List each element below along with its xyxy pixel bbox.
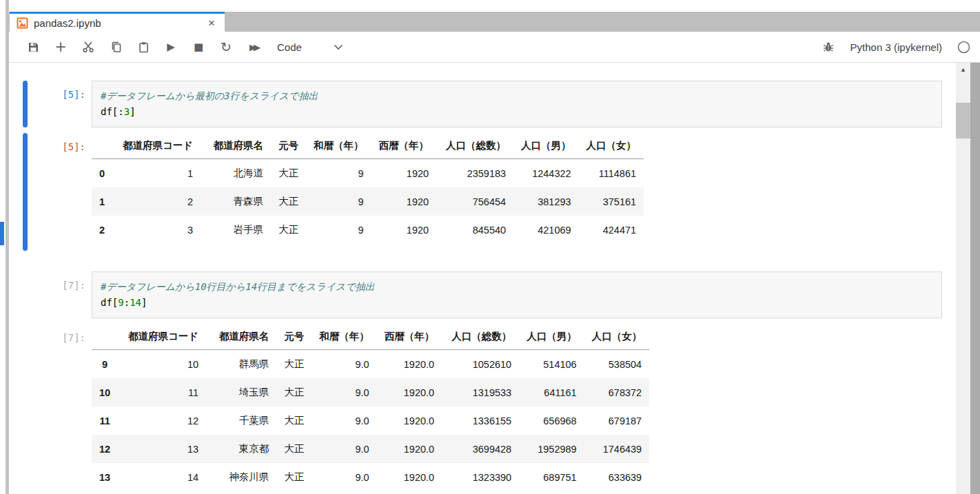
scrollbar-up-icon[interactable]: ▲ (956, 63, 970, 76)
cell-value: 9.0 (312, 350, 377, 379)
code-cell: [5]: #データフレームから最初の3行をスライスで抽出df[:3] [5]: … (23, 81, 956, 251)
column-header: 人口（女） (584, 324, 650, 350)
kernel-name[interactable]: Python 3 (ipykernel) (850, 41, 942, 53)
column-header: 和暦（年） (312, 324, 377, 350)
restart-run-all-button[interactable]: ▶▶ (240, 37, 267, 57)
code-line: df[9:14] (101, 295, 933, 311)
output-collapser[interactable] (23, 133, 28, 251)
tab-pandas2-ipynb[interactable]: pandas2.ipynb × (10, 12, 225, 32)
output-collapser[interactable] (23, 324, 28, 494)
notebook-content: [5]: #データフレームから最初の3行をスライスで抽出df[:3] [5]: … (9, 63, 980, 494)
cell-value: 大正 (276, 406, 312, 435)
cell-value: 1920 (371, 216, 437, 244)
cell-value: 1319533 (442, 378, 519, 406)
output-prompt: [7]: (28, 324, 92, 494)
column-header: 都道府県コード (118, 324, 206, 350)
row-index: 13 (92, 463, 118, 491)
cell-value: 東京都 (206, 435, 276, 463)
row-index: 2 (92, 216, 112, 244)
cell-value: 2359183 (436, 159, 513, 188)
cell-value: 756454 (436, 187, 513, 216)
column-header: 人口（総数） (436, 133, 513, 159)
cell-output-area: [7]: 都道府県コード都道府県名元号和暦（年）西暦（年）人口（総数）人口（男）… (23, 324, 956, 494)
row-index: 9 (92, 350, 118, 379)
code-editor[interactable]: #データフレームから最初の3行をスライスで抽出df[:3] (92, 81, 942, 127)
cell-value: 656968 (519, 406, 584, 435)
dataframe-output: 都道府県コード都道府県名元号和暦（年）西暦（年）人口（総数）人口（男）人口（女）… (92, 324, 649, 491)
window-edge (970, 63, 980, 494)
column-header: 元号 (271, 133, 306, 159)
insert-cell-button[interactable]: + (47, 37, 74, 57)
cell-type-dropdown[interactable]: Code (277, 41, 343, 53)
column-header: 人口（男） (519, 324, 584, 350)
restart-kernel-button[interactable]: ↻ (212, 37, 240, 57)
cell-value: 1746439 (584, 435, 650, 463)
code-token: 9 (118, 297, 123, 308)
cell-value: 1920.0 (377, 463, 442, 491)
column-header: 人口（女） (579, 133, 644, 159)
copy-cells-button[interactable] (102, 37, 130, 57)
notebook-file-icon (17, 17, 28, 29)
cell-value: 3 (112, 216, 201, 244)
kernel-status-icon (957, 41, 970, 54)
run-all-icon: ▶▶ (249, 42, 258, 52)
cell-input-area: [5]: #データフレームから最初の3行をスライスで抽出df[:3] (23, 81, 956, 127)
main-panel: pandas2.ipynb × + (9, 0, 980, 494)
code-token: df[ (101, 297, 118, 308)
cell-value: 9.0 (312, 435, 377, 463)
cell-value: 421069 (513, 216, 579, 244)
table-row: 1112千葉県大正9.01920.01336155656968679187 (92, 406, 649, 435)
interrupt-kernel-icon: ■ (194, 41, 203, 53)
save-button[interactable] (19, 37, 47, 57)
cell-value: 大正 (276, 463, 312, 491)
table-row: 23岩手県大正91920845540421069424471 (92, 216, 644, 244)
column-header: 都道府県名 (201, 133, 271, 159)
vertical-scrollbar[interactable]: ▲ (956, 63, 970, 494)
cell-value: 大正 (271, 187, 306, 216)
paste-cells-button[interactable] (130, 37, 157, 57)
tab-close-icon[interactable]: × (205, 17, 218, 29)
column-header: 西暦（年） (371, 133, 437, 159)
cell-value: 641161 (519, 378, 584, 406)
cell-value: 大正 (271, 159, 306, 188)
table-row: 12青森県大正91920756454381293375161 (92, 187, 644, 216)
scrollbar-thumb[interactable] (956, 103, 970, 138)
cell-value: 9 (306, 187, 371, 216)
cell-value: 1920.0 (377, 406, 442, 435)
cell-value: 北海道 (201, 159, 271, 188)
code-token: 3 (124, 106, 130, 117)
cell-value: 埼玉県 (206, 378, 276, 406)
cut-cells-button[interactable] (74, 37, 102, 57)
cell-value: 9 (306, 216, 371, 244)
paste-icon (138, 41, 150, 53)
debugger-button[interactable] (823, 41, 834, 52)
cell-value: 9.0 (312, 406, 377, 435)
run-icon: ▶ (167, 41, 175, 53)
code-editor[interactable]: #データフレームから10行目から14行目までをスライスで抽出df[9:14] (92, 271, 942, 318)
interrupt-kernel-button[interactable]: ■ (185, 37, 212, 57)
dock-tab-bar: pandas2.ipynb × (9, 12, 980, 32)
cell-value: 1323390 (442, 463, 519, 491)
cell-value: 10 (118, 350, 206, 379)
cell-value: 14 (118, 463, 206, 491)
code-token: ] (130, 106, 135, 117)
cell-input-area: [7]: #データフレームから10行目から14行目までをスライスで抽出df[9:… (23, 271, 956, 318)
output-prompt: [5]: (28, 133, 92, 251)
notebook-cells: [5]: #データフレームから最初の3行をスライスで抽出df[:3] [5]: … (9, 63, 956, 494)
cell-collapser[interactable] (23, 271, 28, 318)
run-cell-button[interactable]: ▶ (157, 37, 185, 57)
cell-value: 514106 (519, 350, 584, 379)
cell-value: 679187 (584, 406, 650, 435)
restart-kernel-icon: ↻ (221, 39, 232, 54)
code-token: df[: (101, 106, 124, 117)
cell-value: 1114861 (579, 159, 644, 188)
column-header: 和暦（年） (306, 133, 371, 159)
save-icon (28, 41, 39, 53)
cell-value: 岩手県 (201, 216, 271, 244)
sidebar-active-tab-indicator (0, 222, 4, 245)
cell-value: 群馬県 (206, 350, 276, 379)
cell-collapser[interactable] (23, 81, 28, 127)
row-index: 11 (92, 406, 118, 435)
cell-value: 1052610 (442, 350, 519, 379)
cell-value: 3699428 (442, 435, 519, 463)
